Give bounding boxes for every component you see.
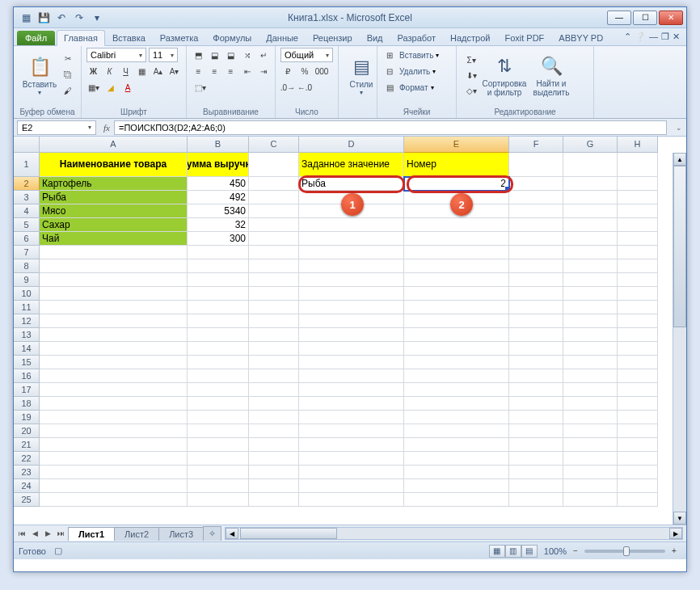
increase-decimal-icon[interactable]: .0→ [280, 80, 295, 95]
decrease-indent-icon[interactable]: ⇤ [240, 64, 254, 78]
italic-icon[interactable]: К [103, 64, 116, 78]
cell-E25[interactable] [404, 493, 509, 507]
cell-E13[interactable] [404, 328, 509, 342]
cell-C2[interactable] [249, 177, 299, 191]
cell-E22[interactable] [404, 452, 509, 466]
cell-A6[interactable]: Чай [40, 232, 188, 246]
vertical-scrollbar[interactable]: ▲ ▼ [673, 153, 686, 525]
cell-F12[interactable] [509, 314, 563, 328]
cell-C1[interactable] [249, 153, 299, 177]
row-header-16[interactable]: 16 [14, 369, 40, 383]
scroll-left-icon[interactable]: ◀ [226, 528, 238, 539]
col-header-B[interactable]: B [188, 137, 249, 153]
row-header-3[interactable]: 3 [14, 191, 40, 204]
new-sheet-icon[interactable]: ✧ [203, 526, 221, 541]
cell-C7[interactable] [249, 246, 299, 259]
cell-C23[interactable] [249, 466, 299, 479]
cell-B22[interactable] [188, 452, 249, 466]
minimize-ribbon-icon[interactable]: ⌃ [624, 32, 631, 42]
cell-B25[interactable] [188, 493, 249, 507]
wrap-text-icon[interactable]: ↵ [256, 48, 270, 62]
zoom-out-icon[interactable]: − [568, 544, 583, 558]
cell-A11[interactable] [40, 301, 188, 314]
cell-D21[interactable] [299, 438, 404, 452]
cell-E20[interactable] [404, 424, 509, 438]
orientation-icon[interactable]: ⤭ [240, 48, 254, 62]
sheet-nav-last-icon[interactable]: ⏭ [54, 527, 67, 540]
cell-G7[interactable] [563, 246, 618, 259]
cell-A7[interactable] [40, 246, 188, 259]
cell-E24[interactable] [404, 479, 509, 493]
cell-B7[interactable] [188, 246, 249, 259]
clear-icon[interactable]: ◇▾ [464, 83, 479, 98]
cell-F11[interactable] [509, 301, 563, 314]
currency-icon[interactable]: ₽ [280, 64, 295, 78]
row-header-20[interactable]: 20 [14, 424, 40, 438]
cell-G13[interactable] [563, 328, 618, 342]
formula-bar[interactable]: =ПОИСКПОЗ(D2;A2:A6;0) [114, 120, 667, 135]
doc-min-icon[interactable]: — [649, 32, 658, 41]
cell-A15[interactable] [40, 356, 188, 369]
percent-icon[interactable]: % [297, 64, 312, 78]
cell-A10[interactable] [40, 287, 188, 301]
delete-cells-icon[interactable]: ⊟ [382, 64, 397, 78]
fill-color-icon[interactable]: ◢ [103, 80, 118, 95]
cell-A21[interactable] [40, 438, 188, 452]
cell-E10[interactable] [404, 287, 509, 301]
cell-C10[interactable] [249, 287, 299, 301]
align-top-icon[interactable]: ⬒ [192, 48, 205, 62]
cell-E16[interactable] [404, 369, 509, 383]
tab-home[interactable]: Главная [57, 30, 105, 46]
cell-D14[interactable] [299, 342, 404, 356]
cell-H12[interactable] [618, 314, 658, 328]
align-middle-icon[interactable]: ⬓ [208, 48, 221, 62]
cell-E1[interactable]: Номер [404, 153, 509, 177]
cell-C13[interactable] [249, 328, 299, 342]
find-select-button[interactable]: 🔍 Найти и выделить [528, 48, 575, 103]
cell-F8[interactable] [509, 259, 563, 273]
doc-close-icon[interactable]: ✕ [673, 32, 680, 42]
row-header-7[interactable]: 7 [14, 246, 40, 259]
cell-A14[interactable] [40, 342, 188, 356]
copy-icon[interactable]: ⿻ [61, 67, 75, 82]
cell-H21[interactable] [618, 438, 658, 452]
cell-B10[interactable] [188, 287, 249, 301]
cell-C17[interactable] [249, 383, 299, 397]
cell-H14[interactable] [618, 342, 658, 356]
cell-E7[interactable] [404, 246, 509, 259]
cell-F10[interactable] [509, 287, 563, 301]
format-cells-icon[interactable]: ▤ [382, 80, 397, 95]
cell-H17[interactable] [618, 383, 658, 397]
cell-B6[interactable]: 300 [188, 232, 249, 246]
col-header-D[interactable]: D [299, 137, 404, 153]
cell-A2[interactable]: Картофель [40, 177, 188, 191]
font-name-combo[interactable]: Calibri▾ [86, 48, 146, 62]
col-header-G[interactable]: G [563, 137, 618, 153]
cell-C19[interactable] [249, 411, 299, 424]
row-header-9[interactable]: 9 [14, 273, 40, 287]
cell-E18[interactable] [404, 397, 509, 411]
cell-D24[interactable] [299, 479, 404, 493]
number-format-combo[interactable]: Общий▾ [280, 48, 333, 62]
row-header-6[interactable]: 6 [14, 232, 40, 246]
cell-H7[interactable] [618, 246, 658, 259]
cell-B14[interactable] [188, 342, 249, 356]
cell-G20[interactable] [563, 424, 618, 438]
cell-G8[interactable] [563, 259, 618, 273]
row-header-13[interactable]: 13 [14, 328, 40, 342]
cell-B2[interactable]: 450 [188, 177, 249, 191]
cell-B16[interactable] [188, 369, 249, 383]
cell-E9[interactable] [404, 273, 509, 287]
cell-E23[interactable] [404, 466, 509, 479]
merge-cells-icon[interactable]: ⬚▾ [192, 80, 209, 95]
cell-G25[interactable] [563, 493, 618, 507]
tab-layout[interactable]: Разметка [153, 30, 206, 45]
cell-B5[interactable]: 32 [188, 218, 249, 232]
row-header-4[interactable]: 4 [14, 204, 40, 218]
cell-H13[interactable] [618, 328, 658, 342]
cell-H20[interactable] [618, 424, 658, 438]
cell-A4[interactable]: Мясо [40, 204, 188, 218]
cell-A24[interactable] [40, 479, 188, 493]
cell-G15[interactable] [563, 356, 618, 369]
fill-icon[interactable]: ⬇▾ [464, 68, 479, 82]
